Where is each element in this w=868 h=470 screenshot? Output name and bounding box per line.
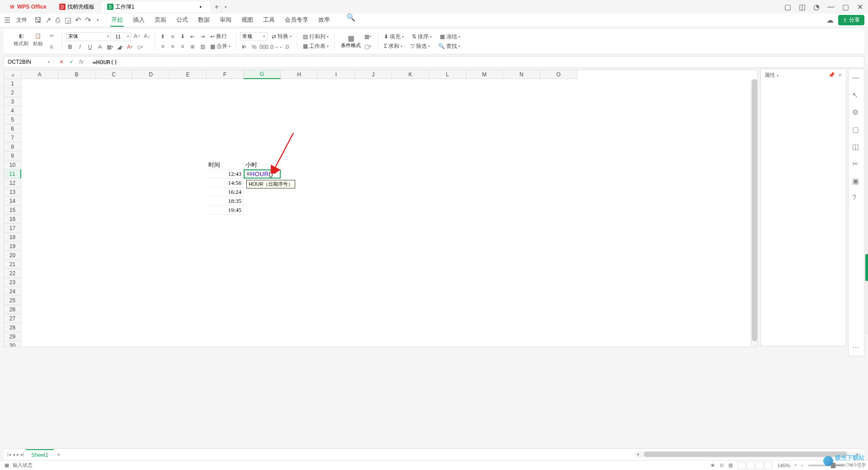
share-button[interactable]: ⇪ 分享	[838, 15, 864, 25]
row-header-10[interactable]: 10	[4, 160, 21, 169]
col-header-O[interactable]: O	[540, 70, 577, 79]
hamburger-icon[interactable]: ☰	[4, 17, 11, 24]
decrease-font-icon[interactable]: A↓	[143, 32, 151, 40]
row-header-23[interactable]: 23	[4, 278, 21, 287]
col-header-J[interactable]: J	[355, 70, 392, 79]
col-header-A[interactable]: A	[21, 70, 58, 79]
screenshot-icon[interactable]: ▣	[852, 177, 860, 185]
row-header-19[interactable]: 19	[4, 242, 21, 251]
fill-color-button[interactable]: ◢▾	[116, 43, 124, 51]
col-header-F[interactable]: F	[207, 70, 244, 79]
select-icon[interactable]: ↖	[852, 91, 860, 99]
font-color-button[interactable]: A▾	[126, 43, 134, 51]
dot-icon[interactable]: ⊙	[720, 462, 724, 468]
pin-icon[interactable]: 📌	[828, 72, 835, 78]
col-header-L[interactable]: L	[429, 70, 466, 79]
more-icon[interactable]: ⋯	[852, 343, 860, 351]
merge-across-icon[interactable]: ▥	[198, 42, 207, 51]
align-justify-icon[interactable]: ≣	[189, 42, 197, 51]
font-size-select[interactable]: 11▾	[113, 32, 131, 41]
cond-format-icon[interactable]: ▦	[347, 34, 355, 42]
row-header-21[interactable]: 21	[4, 260, 21, 269]
fx-icon[interactable]: fx	[78, 59, 85, 65]
cell-F12[interactable]: 14:56	[207, 179, 244, 188]
add-sheet-button[interactable]: ＋	[56, 451, 62, 459]
row-header-30[interactable]: 30	[4, 341, 21, 347]
eye-icon[interactable]: 👁	[710, 463, 715, 468]
menu-tab-efficiency[interactable]: 效率	[317, 14, 331, 27]
tools-icon[interactable]: ✂	[852, 160, 860, 168]
row-header-27[interactable]: 27	[4, 314, 21, 323]
comma-icon[interactable]: 000	[260, 43, 268, 51]
copy-icon[interactable]: ⎘	[47, 43, 56, 51]
underline-button[interactable]: U	[86, 43, 94, 51]
row-header-25[interactable]: 25	[4, 296, 21, 305]
select-all-corner[interactable]: ◢	[4, 70, 21, 79]
row-header-8[interactable]: 8	[4, 142, 21, 151]
worksheet-button[interactable]: ▦工作表▾	[301, 42, 330, 50]
row-header-16[interactable]: 16	[4, 215, 21, 224]
menu-tab-review[interactable]: 审阅	[219, 14, 232, 27]
window-multi-icon[interactable]: ▢	[783, 2, 792, 11]
align-center-icon[interactable]: ≡	[169, 42, 177, 51]
formula-input[interactable]: =HOUR()	[89, 59, 864, 66]
view-page-button[interactable]	[746, 462, 755, 469]
window-user-icon[interactable]: ◔	[812, 2, 821, 11]
spreadsheet[interactable]: ◢ ABCDEFGHIJKLMNO 1234567891011121314151…	[4, 70, 758, 347]
row-header-7[interactable]: 7	[4, 133, 21, 142]
cut-icon[interactable]: ✂	[47, 32, 56, 40]
strikethrough-button[interactable]: A	[96, 43, 104, 51]
window-cube-icon[interactable]: ◫	[797, 2, 807, 11]
decrease-decimal-icon[interactable]: ←.0	[280, 43, 288, 51]
tab-template[interactable]: D 找稻壳模板	[54, 1, 100, 12]
row-header-15[interactable]: 15	[4, 206, 21, 215]
find-button[interactable]: 🔍查找▾	[436, 42, 462, 50]
print-icon[interactable]: ⎙	[54, 17, 61, 24]
col-header-D[interactable]: D	[132, 70, 170, 79]
fill-button[interactable]: ⬇填充▾	[382, 33, 406, 41]
menu-tab-formula[interactable]: 公式	[175, 14, 189, 27]
increase-decimal-icon[interactable]: .0→	[270, 43, 278, 51]
row-header-6[interactable]: 6	[4, 124, 21, 133]
paste-icon[interactable]: 📋	[34, 32, 42, 40]
close-panel-icon[interactable]: ✕	[838, 72, 842, 78]
last-sheet-button[interactable]: ▸|	[21, 452, 24, 457]
cell-F11[interactable]: 12:43	[207, 169, 244, 179]
outdent-icon[interactable]: ⇤	[189, 33, 197, 41]
row-header-26[interactable]: 26	[4, 305, 21, 314]
view-normal-button[interactable]	[737, 462, 745, 469]
percent-icon[interactable]: %	[250, 43, 258, 51]
minimize-button[interactable]: —	[826, 2, 835, 11]
cancel-formula-button[interactable]: ✕	[58, 59, 65, 65]
prev-sheet-button[interactable]: ◂	[13, 452, 15, 457]
col-header-H[interactable]: H	[281, 70, 318, 79]
menu-tab-data[interactable]: 数据	[197, 14, 211, 27]
undo-icon[interactable]: ↶	[74, 17, 81, 24]
zoom-value[interactable]: 145%	[777, 463, 790, 468]
menu-tab-tools[interactable]: 工具	[262, 14, 276, 27]
col-header-G[interactable]: G	[244, 70, 281, 79]
highlight-button[interactable]: ◇▾	[136, 43, 144, 51]
align-top-icon[interactable]: ⬆	[159, 33, 167, 41]
menu-tab-insert[interactable]: 插入	[132, 14, 146, 27]
align-bottom-icon[interactable]: ⬇	[179, 33, 187, 41]
row-header-4[interactable]: 4	[4, 106, 21, 115]
view-break-button[interactable]	[755, 462, 764, 469]
row-header-28[interactable]: 28	[4, 323, 21, 332]
row-header-12[interactable]: 12	[4, 179, 21, 188]
export-icon[interactable]: ↗	[44, 17, 52, 24]
layout-icon[interactable]: ▢	[852, 125, 860, 133]
maximize-button[interactable]: ▢	[841, 2, 850, 11]
row-header-18[interactable]: 18	[4, 233, 21, 242]
wrap-button[interactable]: ↩换行	[208, 33, 229, 41]
row-header-3[interactable]: 3	[4, 97, 21, 106]
col-header-C[interactable]: C	[95, 70, 132, 79]
cell-F15[interactable]: 19:45	[207, 206, 244, 215]
col-header-E[interactable]: E	[170, 70, 207, 79]
scroll-thumb[interactable]	[752, 79, 757, 341]
active-cell[interactable]: =HOUR()	[244, 169, 281, 179]
row-header-24[interactable]: 24	[4, 287, 21, 296]
currency-icon[interactable]: ¥▾	[240, 43, 248, 51]
format-brush-icon[interactable]: ◧	[17, 32, 25, 40]
menu-tab-view[interactable]: 视图	[241, 14, 254, 27]
